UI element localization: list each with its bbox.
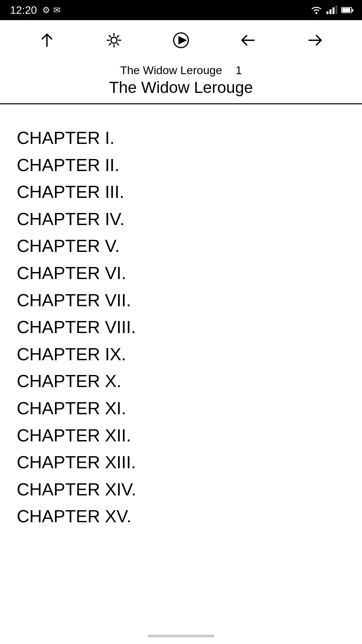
chapter-item[interactable]: CHAPTER VI. — [17, 260, 345, 287]
forward-button[interactable] — [302, 27, 328, 54]
chapter-item[interactable]: CHAPTER XII. — [17, 422, 345, 449]
chapter-item[interactable]: CHAPTER IX. — [17, 341, 345, 368]
status-icons: ⚙ ✉ — [42, 5, 61, 15]
chapter-list: CHAPTER I.CHAPTER II.CHAPTER III.CHAPTER… — [0, 124, 362, 530]
chapter-item[interactable]: CHAPTER V. — [17, 232, 345, 260]
settings-status-icon: ⚙ — [42, 5, 50, 15]
status-bar: 12:20 ⚙ ✉ — [0, 0, 362, 20]
svg-marker-8 — [179, 37, 186, 44]
header-book-title-large: The Widow Lerouge — [109, 78, 253, 97]
header-title-area: The Widow Lerouge 1 The Widow Lerouge — [0, 60, 362, 104]
chapter-item[interactable]: CHAPTER XIII. — [17, 449, 345, 476]
scroll-indicator — [147, 635, 215, 637]
toolbar — [0, 20, 362, 60]
chapter-item[interactable]: CHAPTER III. — [17, 178, 345, 206]
chapter-item[interactable]: CHAPTER XV. — [17, 503, 345, 530]
svg-point-0 — [315, 12, 317, 14]
chapter-item[interactable]: CHAPTER VIII. — [17, 314, 345, 341]
svg-rect-4 — [336, 5, 337, 14]
chapter-item[interactable]: CHAPTER IV. — [17, 206, 345, 233]
chapter-item[interactable]: CHAPTER XIV. — [17, 476, 345, 503]
signal-icon — [326, 5, 337, 15]
battery-icon — [341, 7, 352, 13]
header-book-name: The Widow Lerouge — [120, 64, 222, 77]
status-bar-right — [310, 5, 352, 15]
status-bar-left: 12:20 ⚙ ✉ — [10, 4, 61, 16]
chapter-item[interactable]: CHAPTER X. — [17, 368, 345, 395]
header-book-title-line: The Widow Lerouge 1 — [120, 64, 242, 77]
status-time: 12:20 — [10, 4, 37, 16]
play-button[interactable] — [168, 27, 194, 54]
svg-rect-1 — [326, 11, 328, 14]
back-button[interactable] — [235, 27, 261, 54]
chapter-item[interactable]: CHAPTER II. — [17, 152, 345, 179]
settings-button[interactable] — [101, 27, 127, 54]
chapter-item[interactable]: CHAPTER VII. — [17, 287, 345, 314]
svg-rect-3 — [333, 7, 335, 14]
svg-rect-2 — [329, 9, 331, 14]
mail-status-icon: ✉ — [53, 5, 61, 15]
chapter-item[interactable]: CHAPTER I. — [17, 124, 345, 152]
up-button[interactable] — [34, 27, 60, 54]
wifi-icon — [310, 5, 322, 15]
header-page-number: 1 — [236, 64, 242, 77]
chapter-item[interactable]: CHAPTER XI. — [17, 395, 345, 422]
svg-point-6 — [111, 37, 117, 43]
